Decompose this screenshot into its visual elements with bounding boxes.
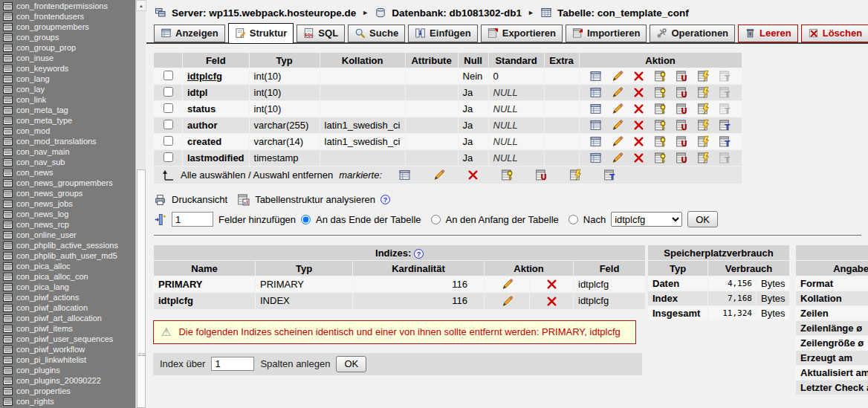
sidebar-table-item[interactable]: con_pica_lang [0, 282, 135, 292]
edit-pencil-icon[interactable] [433, 169, 445, 181]
scrollbar-up-arrow-icon[interactable]: ▲ [136, 0, 146, 11]
fulltext-icon[interactable] [719, 135, 731, 148]
print-view-link[interactable]: Druckansicht [172, 194, 227, 205]
browse-icon[interactable] [589, 103, 602, 115]
sidebar-table-item[interactable]: con_lay [0, 84, 135, 94]
sidebar-table-item[interactable]: con_news_log [0, 209, 135, 219]
edit-pencil-icon[interactable] [501, 295, 514, 308]
sidebar-table-item[interactable]: con_pi_linkwhitelist [0, 354, 135, 365]
sidebar-table-item[interactable]: con_properties [0, 386, 135, 396]
edit-pencil-icon[interactable] [611, 152, 624, 164]
sidebar-scrollbar[interactable]: ▲ ≡≡ [135, 0, 146, 408]
primary-key-icon[interactable] [501, 169, 514, 181]
row-checkbox[interactable] [163, 120, 173, 129]
unique-icon[interactable] [676, 103, 688, 115]
primary-key-icon[interactable] [654, 86, 667, 99]
sidebar-table-item[interactable]: con_frontendpermissions [0, 1, 135, 11]
primary-key-icon[interactable] [654, 119, 667, 132]
edit-pencil-icon[interactable] [611, 103, 624, 115]
add-fields-count-input[interactable] [172, 212, 213, 227]
delete-x-icon[interactable] [632, 135, 645, 148]
sidebar-table-item[interactable]: con_groupmembers [0, 22, 135, 32]
radio-table-end[interactable] [301, 215, 311, 224]
tab-importieren[interactable]: Importieren [566, 25, 647, 42]
sidebar-table-item[interactable]: con_mod_translations [0, 136, 135, 146]
sidebar-table-item[interactable]: con_groups [0, 32, 135, 42]
unique-icon[interactable] [676, 86, 688, 99]
analyze-structure-link[interactable]: Tabellenstruktur analysieren [255, 194, 375, 205]
tab-einfuegen[interactable]: Einfügen [408, 25, 478, 42]
scrollbar-thumb[interactable]: ≡≡ [137, 169, 146, 408]
browse-icon[interactable] [589, 86, 602, 99]
sidebar-table-item[interactable]: con_group_prop [0, 42, 135, 53]
delete-x-icon[interactable] [632, 119, 645, 132]
primary-key-icon[interactable] [654, 70, 667, 82]
row-checkbox[interactable] [163, 87, 173, 97]
help-icon[interactable]: ? [380, 195, 390, 204]
delete-x-icon[interactable] [545, 278, 558, 291]
index-columns-input[interactable] [211, 357, 254, 371]
delete-x-icon[interactable] [632, 86, 645, 99]
unique-icon[interactable] [676, 70, 688, 82]
row-checkbox[interactable] [163, 103, 173, 113]
sidebar-table-item[interactable]: con_mod [0, 126, 135, 136]
fulltext-icon[interactable] [603, 169, 616, 181]
sidebar-table-item[interactable]: con_nav_sub [0, 157, 135, 167]
sidebar-table-item[interactable]: con_phplib_auth_user_md5 [0, 250, 135, 261]
row-checkbox[interactable] [163, 152, 173, 162]
sidebar-table-item[interactable]: con_rights [0, 396, 135, 407]
index-icon[interactable] [697, 86, 710, 99]
browse-icon[interactable] [398, 169, 411, 181]
unique-icon[interactable] [676, 152, 688, 164]
browse-icon[interactable] [589, 70, 602, 82]
index-icon[interactable] [569, 169, 582, 181]
breadcrumb-server[interactable]: Server: wp115.webpack.hosteurope.de [172, 7, 356, 19]
sidebar-table-item[interactable]: con_inuse [0, 53, 135, 63]
sidebar-table-item[interactable]: con_lang [0, 74, 135, 84]
sidebar-table-item[interactable]: con_piwf_items [0, 323, 135, 334]
sidebar-table-item[interactable]: con_piwf_user_sequences [0, 334, 135, 344]
sidebar-table-item[interactable]: con_plugins [0, 365, 135, 375]
radio-after-field[interactable] [569, 215, 578, 224]
tab-sql[interactable]: SQL [297, 25, 345, 42]
row-checkbox[interactable] [163, 71, 173, 80]
browse-icon[interactable] [589, 119, 602, 132]
create-index-ok-button[interactable]: OK [336, 356, 366, 372]
delete-x-icon[interactable] [545, 295, 558, 308]
sidebar-table-item[interactable]: con_frontendusers [0, 11, 135, 22]
sidebar-table-item[interactable]: con_piwf_art_allocation [0, 313, 135, 323]
index-icon[interactable] [697, 152, 710, 164]
add-fields-ok-button[interactable]: OK [687, 211, 718, 227]
radio-table-begin[interactable] [431, 215, 441, 224]
sidebar-table-item[interactable]: con_pica_alloc [0, 261, 135, 271]
primary-key-icon[interactable] [654, 103, 667, 115]
sidebar-table-item[interactable]: con_keywords [0, 63, 135, 74]
edit-pencil-icon[interactable] [611, 135, 624, 148]
sidebar-table-item[interactable]: con_news_groupmembers [0, 178, 135, 188]
edit-pencil-icon[interactable] [611, 119, 624, 132]
sidebar-table-item[interactable]: con_news [0, 167, 135, 178]
tab-struktur[interactable]: Struktur [228, 23, 294, 44]
sidebar-table-item[interactable]: con_plugins_20090222 [0, 375, 135, 386]
select-all-link[interactable]: Alle auswählen / Auswahl entfernen [181, 169, 333, 181]
tab-anzeigen[interactable]: Anzeigen [154, 25, 225, 42]
index-icon[interactable] [697, 70, 710, 82]
sidebar-table-item[interactable]: con_meta_tag [0, 105, 135, 115]
sidebar-table-item[interactable]: con_link [0, 94, 135, 105]
sidebar-table-item[interactable]: con_news_rcp [0, 219, 135, 230]
fulltext-icon[interactable] [719, 119, 731, 132]
sidebar-table-item[interactable]: con_phplib_active_sessions [0, 240, 135, 250]
sidebar-table-item[interactable]: con_news_jobs [0, 198, 135, 209]
breadcrumb-table[interactable]: Tabelle: con_template_conf [557, 7, 689, 19]
after-field-select[interactable]: idtplcfg [611, 212, 682, 227]
delete-x-icon[interactable] [632, 152, 645, 164]
browse-icon[interactable] [589, 135, 602, 148]
edit-pencil-icon[interactable] [501, 278, 514, 291]
delete-x-icon[interactable] [467, 169, 479, 181]
unique-icon[interactable] [676, 119, 688, 132]
index-icon[interactable] [697, 135, 710, 148]
tab-exportieren[interactable]: Exportieren [481, 25, 563, 42]
index-icon[interactable] [697, 103, 710, 115]
index-icon[interactable] [697, 119, 710, 132]
edit-pencil-icon[interactable] [611, 86, 624, 99]
